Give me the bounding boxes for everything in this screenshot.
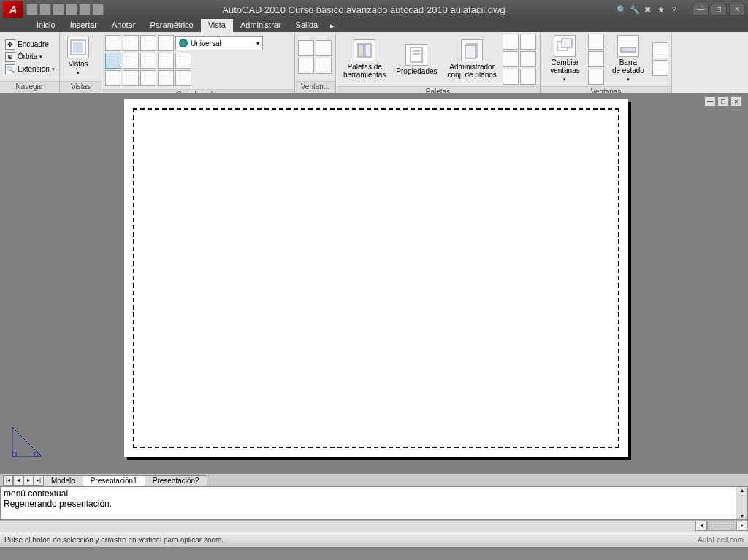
text-window-icon[interactable] (652, 60, 668, 76)
properties-icon (405, 44, 427, 66)
ucs-grid-9[interactable] (158, 70, 174, 86)
win-tile-1[interactable] (588, 34, 604, 50)
app-logo[interactable]: A (3, 1, 23, 18)
qat-new-icon[interactable] (26, 4, 38, 15)
ucs-btn-4[interactable] (158, 35, 174, 51)
panel-navegar-label: Navegar (0, 81, 59, 93)
ucs-grid-4[interactable] (158, 53, 174, 69)
maximize-button[interactable]: □ (711, 4, 727, 15)
star-icon[interactable]: ★ (656, 4, 666, 15)
admin-planos-button[interactable]: Administrador conj. de planos (443, 38, 501, 80)
orbita-button[interactable]: ⊕Órbita▾ (3, 51, 57, 63)
lock-ui-icon[interactable] (652, 42, 668, 58)
tab-prev-icon[interactable]: ◂ (13, 475, 23, 486)
qat-redo-icon[interactable] (79, 4, 91, 15)
vistas-button[interactable]: Vistas▾ (63, 35, 94, 78)
cmd-scrollbar[interactable]: ▴▾ (736, 487, 747, 519)
close-button[interactable]: × (729, 4, 745, 15)
menu-express-icon[interactable]: ▸ (325, 19, 340, 32)
ucs-btn-2[interactable] (123, 35, 139, 51)
ucs-grid-6[interactable] (105, 70, 121, 86)
tab-presentacion2[interactable]: Presentación2 (145, 475, 207, 486)
menu-administrar[interactable]: Administrar (233, 19, 289, 32)
menu-anotar[interactable]: Anotar (104, 19, 142, 32)
win-tile-3[interactable] (588, 69, 604, 85)
pan-icon: ✥ (5, 39, 15, 50)
viewport-btn-4[interactable] (316, 58, 332, 74)
ucs-btn-1[interactable] (105, 35, 121, 51)
tab-last-icon[interactable]: ▸| (34, 475, 44, 486)
globe-icon (179, 39, 188, 47)
qat-undo-icon[interactable] (66, 4, 77, 15)
propiedades-button[interactable]: Propiedades (392, 42, 441, 77)
palette-btn-5[interactable] (503, 69, 519, 85)
watermark: AulaFacil.com (698, 536, 744, 544)
viewport-btn-1[interactable] (298, 40, 314, 56)
encuadre-button[interactable]: ✥Encuadre (3, 39, 57, 50)
statusbar-icon (617, 35, 639, 57)
viewport-btn-2[interactable] (316, 40, 332, 56)
sheetset-icon (461, 39, 483, 61)
svg-rect-13 (12, 453, 16, 456)
palette-btn-1[interactable] (503, 34, 519, 50)
qat-print-icon[interactable] (92, 4, 104, 15)
qat-save-icon[interactable] (53, 4, 64, 15)
extension-button[interactable]: 🔍Extensión▾ (3, 64, 57, 75)
ucs-grid-10[interactable] (175, 70, 191, 86)
exchange-icon[interactable]: ✖ (643, 4, 653, 15)
paletas-herramientas-button[interactable]: Paletas de herramientas (339, 38, 390, 80)
barra-estado-button[interactable]: Barra de estado ▾ (606, 34, 651, 85)
palette-btn-4[interactable] (520, 51, 536, 67)
ucs-grid-7[interactable] (123, 70, 139, 86)
search-icon[interactable]: 🔍 (617, 4, 627, 15)
svg-rect-2 (358, 44, 364, 57)
views-icon (67, 37, 89, 58)
palette-btn-3[interactable] (503, 51, 519, 67)
vp-restore-icon[interactable]: □ (717, 96, 729, 107)
ucs-combo[interactable]: Universal▾ (175, 36, 263, 50)
svg-rect-10 (562, 39, 572, 47)
minimize-button[interactable]: — (692, 4, 709, 15)
qat-open-icon[interactable] (39, 4, 51, 15)
menu-salida[interactable]: Salida (289, 19, 326, 32)
tab-next-icon[interactable]: ▸ (23, 475, 34, 486)
zoom-icon: 🔍 (5, 64, 15, 74)
drawing-viewport[interactable]: — □ × (0, 93, 748, 473)
window-title: AutoCAD 2010 Curso básico avanzado autoc… (111, 4, 617, 15)
tool-palettes-icon (354, 39, 375, 61)
menu-bar: Inicio Insertar Anotar Paramétrico Vista… (0, 19, 748, 32)
help-icon[interactable]: ? (669, 4, 679, 15)
svg-rect-11 (621, 47, 636, 52)
ucs-grid-5[interactable] (175, 53, 191, 69)
tab-first-icon[interactable]: |◂ (3, 475, 13, 486)
title-bar: A AutoCAD 2010 Curso básico avanzado aut… (0, 0, 748, 19)
ucs-grid-1[interactable] (105, 53, 121, 69)
status-bar: Pulse el botón de selección y arrastre e… (0, 532, 748, 547)
menu-inicio[interactable]: Inicio (29, 19, 63, 32)
palette-btn-2[interactable] (520, 34, 536, 50)
win-tile-2[interactable] (588, 51, 604, 67)
viewport-btn-3[interactable] (298, 58, 314, 74)
tab-modelo[interactable]: Modelo (43, 475, 83, 486)
menu-insertar[interactable]: Insertar (63, 19, 104, 32)
vp-close-icon[interactable]: × (730, 96, 742, 107)
svg-rect-8 (465, 45, 476, 58)
h-scrollbar[interactable]: ◂▸ (0, 520, 748, 532)
command-window[interactable]: menú contextual. Regenerando presentació… (0, 486, 748, 520)
ucs-grid-8[interactable] (140, 70, 156, 86)
viewport-frame[interactable] (133, 108, 619, 448)
menu-parametrico[interactable]: Paramétrico (142, 19, 200, 32)
palette-btn-6[interactable] (520, 69, 536, 85)
ucs-btn-3[interactable] (140, 35, 156, 51)
ucs-grid-3[interactable] (140, 53, 156, 69)
ribbon: ✥Encuadre ⊕Órbita▾ 🔍Extensión▾ Navegar V… (0, 32, 748, 93)
tab-presentacion1[interactable]: Presentación1 (83, 475, 145, 486)
cambiar-ventanas-button[interactable]: Cambiar ventanas ▾ (543, 34, 587, 85)
menu-vista[interactable]: Vista (201, 19, 233, 32)
ucs-icon (9, 423, 45, 460)
status-hint: Pulse el botón de selección y arrastre e… (4, 536, 224, 544)
ucs-grid-2[interactable] (123, 53, 139, 69)
vp-minimize-icon[interactable]: — (704, 96, 716, 107)
key-icon[interactable]: 🔧 (630, 4, 640, 15)
panel-ventanas-small-label: Ventan... (295, 81, 335, 93)
